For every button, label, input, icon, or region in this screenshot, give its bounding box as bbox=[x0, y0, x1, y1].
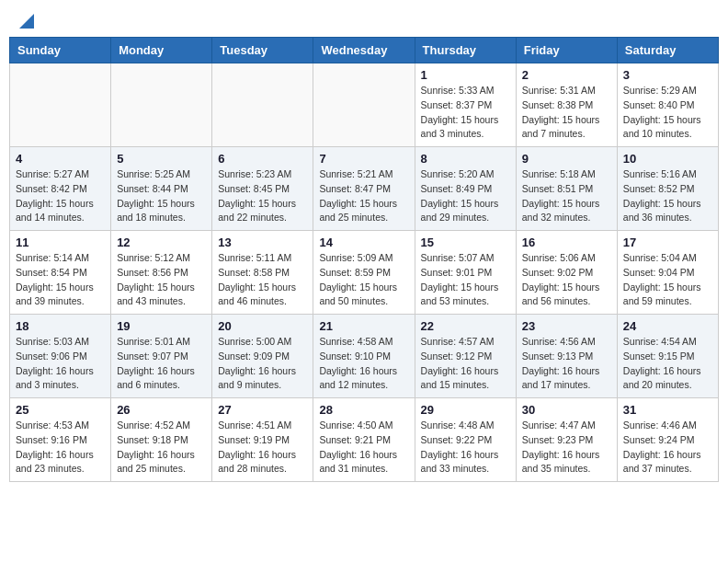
calendar-cell: 26Sunrise: 4:52 AM Sunset: 9:18 PM Dayli… bbox=[111, 398, 212, 482]
day-info: Sunrise: 4:47 AM Sunset: 9:23 PM Dayligh… bbox=[522, 419, 611, 477]
calendar-cell: 12Sunrise: 5:12 AM Sunset: 8:56 PM Dayli… bbox=[111, 231, 212, 315]
calendar-cell bbox=[111, 63, 212, 147]
day-info: Sunrise: 5:09 AM Sunset: 8:59 PM Dayligh… bbox=[319, 251, 408, 309]
day-number: 10 bbox=[623, 152, 712, 166]
day-number: 16 bbox=[522, 236, 611, 249]
calendar-cell: 8Sunrise: 5:20 AM Sunset: 8:49 PM Daylig… bbox=[415, 147, 516, 231]
calendar-cell: 15Sunrise: 5:07 AM Sunset: 9:01 PM Dayli… bbox=[415, 231, 516, 315]
calendar-cell: 10Sunrise: 5:16 AM Sunset: 8:52 PM Dayli… bbox=[617, 147, 718, 231]
day-number: 29 bbox=[421, 403, 510, 417]
day-number: 11 bbox=[16, 236, 105, 249]
day-info: Sunrise: 5:14 AM Sunset: 8:54 PM Dayligh… bbox=[16, 251, 105, 309]
calendar-cell: 31Sunrise: 4:46 AM Sunset: 9:24 PM Dayli… bbox=[617, 398, 718, 482]
calendar-week-row: 1Sunrise: 5:33 AM Sunset: 8:37 PM Daylig… bbox=[10, 63, 719, 147]
weekday-header-saturday: Saturday bbox=[617, 38, 718, 63]
day-info: Sunrise: 5:06 AM Sunset: 9:02 PM Dayligh… bbox=[522, 251, 611, 309]
day-number: 23 bbox=[522, 319, 611, 333]
calendar-cell: 21Sunrise: 4:58 AM Sunset: 9:10 PM Dayli… bbox=[313, 315, 415, 398]
calendar-cell: 23Sunrise: 4:56 AM Sunset: 9:13 PM Dayli… bbox=[516, 315, 617, 398]
day-number: 24 bbox=[623, 319, 712, 333]
calendar-cell: 19Sunrise: 5:01 AM Sunset: 9:07 PM Dayli… bbox=[111, 315, 212, 398]
day-info: Sunrise: 4:58 AM Sunset: 9:10 PM Dayligh… bbox=[319, 335, 408, 393]
day-info: Sunrise: 4:52 AM Sunset: 9:18 PM Dayligh… bbox=[117, 419, 206, 477]
calendar-cell: 7Sunrise: 5:21 AM Sunset: 8:47 PM Daylig… bbox=[313, 147, 415, 231]
weekday-header-thursday: Thursday bbox=[415, 38, 516, 63]
day-info: Sunrise: 5:04 AM Sunset: 9:04 PM Dayligh… bbox=[623, 251, 712, 309]
calendar-week-row: 4Sunrise: 5:27 AM Sunset: 8:42 PM Daylig… bbox=[10, 147, 719, 231]
day-info: Sunrise: 4:51 AM Sunset: 9:19 PM Dayligh… bbox=[218, 419, 307, 477]
day-info: Sunrise: 5:07 AM Sunset: 9:01 PM Dayligh… bbox=[421, 251, 510, 309]
calendar-cell: 30Sunrise: 4:47 AM Sunset: 9:23 PM Dayli… bbox=[516, 398, 617, 482]
day-info: Sunrise: 5:29 AM Sunset: 8:40 PM Dayligh… bbox=[623, 84, 712, 142]
calendar-cell: 17Sunrise: 5:04 AM Sunset: 9:04 PM Dayli… bbox=[617, 231, 718, 315]
day-number: 30 bbox=[522, 403, 611, 417]
page-header bbox=[9, 9, 719, 29]
weekday-header-monday: Monday bbox=[111, 38, 212, 63]
day-info: Sunrise: 5:12 AM Sunset: 8:56 PM Dayligh… bbox=[117, 251, 206, 309]
calendar-cell: 4Sunrise: 5:27 AM Sunset: 8:42 PM Daylig… bbox=[10, 147, 111, 231]
weekday-header-friday: Friday bbox=[516, 38, 617, 63]
weekday-header-wednesday: Wednesday bbox=[313, 38, 415, 63]
calendar-cell: 28Sunrise: 4:50 AM Sunset: 9:21 PM Dayli… bbox=[313, 398, 415, 482]
calendar-cell: 1Sunrise: 5:33 AM Sunset: 8:37 PM Daylig… bbox=[415, 63, 516, 147]
day-info: Sunrise: 4:53 AM Sunset: 9:16 PM Dayligh… bbox=[16, 419, 105, 477]
day-info: Sunrise: 5:01 AM Sunset: 9:07 PM Dayligh… bbox=[117, 335, 206, 393]
day-info: Sunrise: 5:20 AM Sunset: 8:49 PM Dayligh… bbox=[421, 167, 510, 225]
logo bbox=[18, 14, 34, 25]
day-number: 26 bbox=[117, 403, 206, 417]
day-number: 8 bbox=[421, 152, 510, 166]
day-number: 12 bbox=[117, 236, 206, 249]
day-number: 27 bbox=[218, 403, 307, 417]
day-info: Sunrise: 5:21 AM Sunset: 8:47 PM Dayligh… bbox=[319, 167, 408, 225]
calendar-cell: 20Sunrise: 5:00 AM Sunset: 9:09 PM Dayli… bbox=[212, 315, 313, 398]
day-info: Sunrise: 4:50 AM Sunset: 9:21 PM Dayligh… bbox=[319, 419, 408, 477]
day-info: Sunrise: 5:25 AM Sunset: 8:44 PM Dayligh… bbox=[117, 167, 206, 225]
calendar-cell: 5Sunrise: 5:25 AM Sunset: 8:44 PM Daylig… bbox=[111, 147, 212, 231]
calendar-cell: 22Sunrise: 4:57 AM Sunset: 9:12 PM Dayli… bbox=[415, 315, 516, 398]
day-number: 28 bbox=[319, 403, 408, 417]
day-number: 6 bbox=[218, 152, 307, 166]
calendar-table: SundayMondayTuesdayWednesdayThursdayFrid… bbox=[9, 37, 719, 482]
calendar-week-row: 18Sunrise: 5:03 AM Sunset: 9:06 PM Dayli… bbox=[10, 315, 719, 398]
calendar-cell: 27Sunrise: 4:51 AM Sunset: 9:19 PM Dayli… bbox=[212, 398, 313, 482]
day-info: Sunrise: 5:31 AM Sunset: 8:38 PM Dayligh… bbox=[522, 84, 611, 142]
day-info: Sunrise: 4:56 AM Sunset: 9:13 PM Dayligh… bbox=[522, 335, 611, 393]
calendar-cell: 14Sunrise: 5:09 AM Sunset: 8:59 PM Dayli… bbox=[313, 231, 415, 315]
day-number: 15 bbox=[421, 236, 510, 249]
day-number: 31 bbox=[623, 403, 712, 417]
day-info: Sunrise: 5:03 AM Sunset: 9:06 PM Dayligh… bbox=[16, 335, 105, 393]
day-info: Sunrise: 5:16 AM Sunset: 8:52 PM Dayligh… bbox=[623, 167, 712, 225]
day-info: Sunrise: 5:27 AM Sunset: 8:42 PM Dayligh… bbox=[16, 167, 105, 225]
calendar-cell: 11Sunrise: 5:14 AM Sunset: 8:54 PM Dayli… bbox=[10, 231, 111, 315]
day-info: Sunrise: 4:57 AM Sunset: 9:12 PM Dayligh… bbox=[421, 335, 510, 393]
calendar-week-row: 25Sunrise: 4:53 AM Sunset: 9:16 PM Dayli… bbox=[10, 398, 719, 482]
logo-triangle-icon bbox=[19, 14, 34, 29]
day-info: Sunrise: 4:48 AM Sunset: 9:22 PM Dayligh… bbox=[421, 419, 510, 477]
day-info: Sunrise: 5:11 AM Sunset: 8:58 PM Dayligh… bbox=[218, 251, 307, 309]
day-number: 14 bbox=[319, 236, 408, 249]
day-number: 5 bbox=[117, 152, 206, 166]
day-number: 1 bbox=[421, 68, 510, 82]
calendar-cell: 13Sunrise: 5:11 AM Sunset: 8:58 PM Dayli… bbox=[212, 231, 313, 315]
day-number: 13 bbox=[218, 236, 307, 249]
day-number: 7 bbox=[319, 152, 408, 166]
day-info: Sunrise: 5:33 AM Sunset: 8:37 PM Dayligh… bbox=[421, 84, 510, 142]
day-info: Sunrise: 4:54 AM Sunset: 9:15 PM Dayligh… bbox=[623, 335, 712, 393]
calendar-cell: 29Sunrise: 4:48 AM Sunset: 9:22 PM Dayli… bbox=[415, 398, 516, 482]
day-number: 19 bbox=[117, 319, 206, 333]
day-info: Sunrise: 5:00 AM Sunset: 9:09 PM Dayligh… bbox=[218, 335, 307, 393]
day-number: 25 bbox=[16, 403, 105, 417]
calendar-cell: 16Sunrise: 5:06 AM Sunset: 9:02 PM Dayli… bbox=[516, 231, 617, 315]
day-number: 2 bbox=[522, 68, 611, 82]
weekday-header-tuesday: Tuesday bbox=[212, 38, 313, 63]
day-number: 21 bbox=[319, 319, 408, 333]
calendar-cell: 2Sunrise: 5:31 AM Sunset: 8:38 PM Daylig… bbox=[516, 63, 617, 147]
calendar-cell: 3Sunrise: 5:29 AM Sunset: 8:40 PM Daylig… bbox=[617, 63, 718, 147]
day-info: Sunrise: 5:18 AM Sunset: 8:51 PM Dayligh… bbox=[522, 167, 611, 225]
calendar-header-row: SundayMondayTuesdayWednesdayThursdayFrid… bbox=[10, 38, 719, 63]
day-number: 9 bbox=[522, 152, 611, 166]
calendar-cell: 25Sunrise: 4:53 AM Sunset: 9:16 PM Dayli… bbox=[10, 398, 111, 482]
calendar-cell bbox=[212, 63, 313, 147]
day-info: Sunrise: 4:46 AM Sunset: 9:24 PM Dayligh… bbox=[623, 419, 712, 477]
calendar-cell: 9Sunrise: 5:18 AM Sunset: 8:51 PM Daylig… bbox=[516, 147, 617, 231]
